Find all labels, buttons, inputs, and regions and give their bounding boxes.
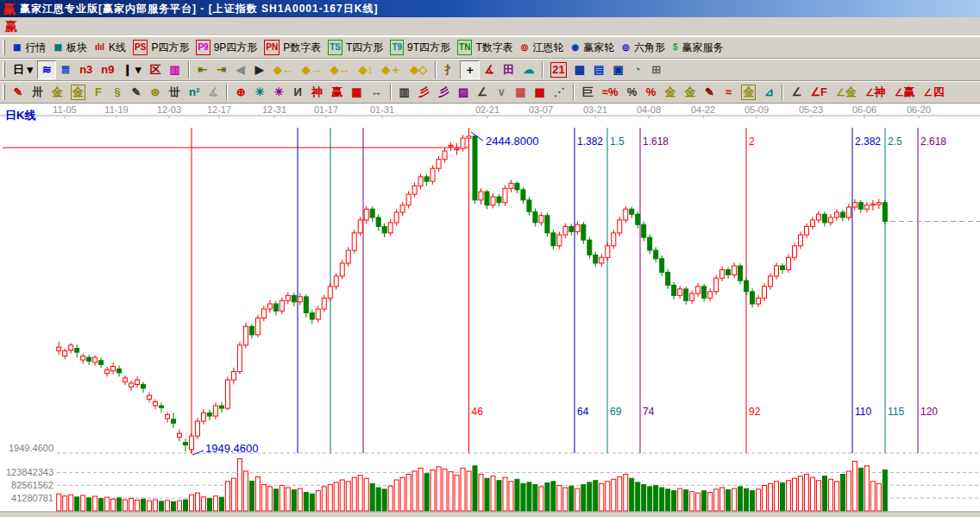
f-slant-button[interactable]: ∠F bbox=[806, 83, 832, 102]
pen-tool-button[interactable]: ✎ bbox=[9, 83, 28, 102]
menu-news[interactable] bbox=[55, 25, 71, 28]
menu-settings[interactable] bbox=[102, 25, 117, 28]
candle-style-button[interactable]: ❙ ▾ bbox=[118, 60, 145, 79]
period-day-button[interactable]: 日 ▾ bbox=[9, 60, 37, 79]
gold-slant-button[interactable]: ∠金 bbox=[832, 83, 861, 102]
circle-cross-button[interactable]: ⊕ bbox=[231, 83, 250, 102]
golden-square-button[interactable]: 金 bbox=[47, 83, 67, 102]
crosshair-button[interactable]: ＋ bbox=[460, 60, 480, 79]
quote-button[interactable]: ▦ 行情 bbox=[9, 38, 49, 57]
mountain-chart-button[interactable]: ≋ bbox=[37, 60, 56, 79]
golden-square2-button[interactable]: 金 bbox=[67, 83, 89, 102]
diamond-zoom-in-button[interactable]: ◆＋ bbox=[377, 60, 405, 79]
t-number-button[interactable]: TN T数字表 bbox=[454, 38, 517, 57]
t9-square-button[interactable]: T9 9T四方形 bbox=[386, 38, 454, 57]
menu-help[interactable] bbox=[164, 25, 179, 28]
bar-width-button[interactable]: ↔ bbox=[367, 83, 386, 102]
kline-button[interactable]: ılıl K线 bbox=[91, 38, 129, 57]
angle-measure-button[interactable]: ∡ bbox=[480, 60, 499, 79]
menu-tools[interactable] bbox=[117, 25, 133, 28]
winner-wheel-button[interactable]: ◉ 赢家轮 bbox=[567, 38, 618, 57]
calculator-button[interactable]: ▦ bbox=[570, 60, 589, 79]
shen-tool-button[interactable]: 神 bbox=[307, 83, 327, 102]
winner-service-button[interactable]: $ 赢家服务 bbox=[669, 38, 727, 57]
diamond-hspan-button[interactable]: ◆↔ bbox=[326, 60, 355, 79]
slant-button[interactable]: ∠ bbox=[787, 83, 806, 102]
pencil-angle-button[interactable]: ∠ bbox=[473, 83, 492, 102]
calendar-button[interactable]: 21 bbox=[547, 60, 569, 79]
first-page-button[interactable]: ⇤ bbox=[193, 60, 212, 79]
spiral-tool-button[interactable]: § bbox=[108, 83, 127, 102]
world-time-button[interactable]: ◔ bbox=[628, 60, 647, 79]
volume-chart-button[interactable]: ▥ bbox=[166, 60, 185, 79]
diamond-left-button[interactable]: ◆← bbox=[269, 60, 298, 79]
angle-gray-button[interactable]: ∡ bbox=[204, 83, 223, 102]
sector-button[interactable]: ▩ 板块 bbox=[49, 38, 90, 57]
diamond-right-button[interactable]: ◆→ bbox=[298, 60, 326, 79]
gann-web-teal-button[interactable]: ✳ bbox=[250, 83, 269, 102]
ying-slant-button[interactable]: ∠赢 bbox=[890, 83, 920, 102]
menu-browse[interactable] bbox=[40, 25, 55, 28]
channel-wave-button[interactable]: ≈ bbox=[719, 83, 738, 102]
gann-wheel-button[interactable]: ◎ 江恩轮 bbox=[517, 38, 568, 57]
system-button[interactable]: ⊞ bbox=[647, 60, 666, 79]
rays-red-button[interactable]: 彡 bbox=[414, 83, 434, 102]
p9-square-button[interactable]: P9 9P四方形 bbox=[192, 38, 261, 57]
t-square-button[interactable]: TS T四方形 bbox=[324, 38, 386, 57]
percent-wave-button[interactable]: ≈% bbox=[598, 83, 623, 102]
last-page-button[interactable]: ⇥ bbox=[212, 60, 231, 79]
cloud-tool-button[interactable]: ☁ bbox=[518, 60, 538, 79]
save-button[interactable]: ▣ bbox=[608, 60, 627, 79]
kline-chart-canvas[interactable]: 11-0511-1912-0312-1712-3101-1701-3102-21… bbox=[0, 104, 980, 517]
prev-button[interactable]: ◀ bbox=[231, 60, 250, 79]
rays-purple-button[interactable]: 彡 bbox=[434, 83, 454, 102]
menu-window[interactable] bbox=[133, 25, 148, 28]
gann-time-ruler-button[interactable]: 卅 bbox=[28, 83, 47, 102]
gann-web-purple-button[interactable]: ✳ bbox=[269, 83, 288, 102]
p-number-button[interactable]: PN P数字表 bbox=[261, 38, 324, 57]
ying-tool-button[interactable]: 赢 bbox=[327, 83, 347, 102]
grid-numbers-button[interactable]: ▦ bbox=[347, 83, 366, 102]
time-circle-button[interactable]: ⊛ bbox=[146, 83, 165, 102]
time-ruler2-button[interactable]: 丗 bbox=[165, 83, 185, 102]
ma9-button[interactable]: n9 bbox=[97, 60, 118, 79]
diamond-vspan-button[interactable]: ◆↕ bbox=[355, 60, 378, 79]
shen-slant-button[interactable]: ∠神 bbox=[861, 83, 890, 102]
si-slant-button[interactable]: ∠四 bbox=[920, 83, 949, 102]
notes-button[interactable]: ▤ bbox=[589, 60, 608, 79]
p-square-button[interactable]: PS P四方形 bbox=[129, 38, 192, 57]
percent-red-button[interactable]: % bbox=[641, 83, 660, 102]
marker-tool-button[interactable]: ✎ bbox=[127, 83, 146, 102]
menu-file[interactable] bbox=[24, 25, 40, 28]
menu-gann[interactable] bbox=[71, 25, 86, 28]
toolbar-grip[interactable] bbox=[3, 62, 5, 78]
info-view-button[interactable]: ≣ bbox=[56, 60, 75, 79]
toolbar-grip[interactable] bbox=[3, 85, 5, 100]
toolbar-grip[interactable] bbox=[3, 40, 5, 55]
axis-grid-button[interactable]: ▩ bbox=[530, 83, 549, 102]
gold-line-button[interactable]: 金 bbox=[680, 83, 700, 102]
n-square-button[interactable]: n² bbox=[185, 83, 204, 102]
f-square-button[interactable]: F bbox=[89, 83, 108, 102]
menu-formula-stock-pick[interactable] bbox=[86, 25, 102, 28]
gold-circle-button[interactable]: 金 bbox=[660, 83, 680, 102]
menu-trade[interactable] bbox=[148, 25, 164, 28]
wave-mark-button[interactable]: И bbox=[288, 83, 307, 102]
red-grid-button[interactable]: ▦ bbox=[511, 83, 530, 102]
percent-button[interactable]: % bbox=[622, 83, 641, 102]
angle-line-button[interactable]: ⊿ bbox=[759, 83, 778, 102]
kline-overlay-button[interactable]: 区 bbox=[146, 60, 166, 79]
brush-red-button[interactable]: ✎ bbox=[700, 83, 719, 102]
gann-box-button[interactable]: ▥ bbox=[395, 83, 414, 102]
drag-hand-button[interactable]: 扌 bbox=[440, 60, 460, 79]
parallel-lines-button[interactable]: ⋰ bbox=[550, 83, 569, 102]
price-ladder-button[interactable]: 巨 bbox=[578, 83, 598, 102]
hexagon-button[interactable]: ◎ 六角形 bbox=[618, 38, 669, 57]
next-button[interactable]: ▶ bbox=[250, 60, 269, 79]
box-rays-button[interactable]: ▨ bbox=[454, 83, 473, 102]
wave-v-button[interactable]: ∨ bbox=[492, 83, 511, 102]
gold-channel-button[interactable]: 金 bbox=[738, 83, 759, 102]
diamond-expand-button[interactable]: ◆◇ bbox=[405, 60, 431, 79]
grid-purple-tool-button[interactable]: 田 bbox=[499, 60, 518, 79]
ma3-button[interactable]: n3 bbox=[75, 60, 97, 79]
